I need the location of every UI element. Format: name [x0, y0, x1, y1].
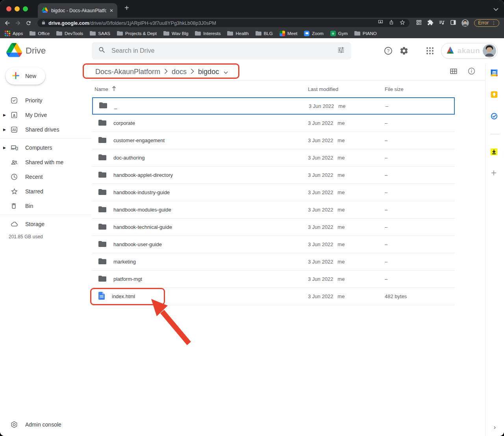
table-row[interactable]: _ 3 Jun 2022me –: [92, 97, 455, 115]
table-row[interactable]: handbook-industry-guide 3 Jun 2022me –: [92, 184, 455, 201]
keep-icon[interactable]: [490, 91, 500, 100]
sidebar-item-recent[interactable]: Recent: [0, 169, 91, 184]
table-row[interactable]: handbook-applet-directory 3 Jun 2022me –: [92, 167, 455, 184]
bookmark-piano[interactable]: PIANO: [354, 31, 377, 36]
browser-profile-avatar[interactable]: [461, 19, 469, 27]
table-row[interactable]: marketing 3 Jun 2022me –: [92, 253, 455, 271]
table-row[interactable]: platform-mgt 3 Jun 2022me –: [92, 271, 455, 288]
column-last-modified[interactable]: Last modified: [308, 86, 338, 92]
column-file-size[interactable]: File size: [385, 86, 404, 92]
sharedwithme-icon: [10, 158, 18, 166]
table-row[interactable]: corporate 3 Jun 2022me –: [92, 115, 455, 132]
table-row[interactable]: handbook-user-guide 3 Jun 2022me –: [92, 236, 455, 253]
bookmark-star-icon[interactable]: [399, 19, 406, 27]
apps-color-icon: [5, 31, 10, 36]
table-row[interactable]: customer-engagement 3 Jun 2022me –: [92, 132, 455, 149]
breadcrumb-docs[interactable]: docs: [172, 68, 187, 76]
google-apps-grid-icon[interactable]: [422, 43, 438, 59]
bookmark-gym[interactable]: +Gym: [330, 31, 348, 36]
extensions-puzzle-icon[interactable]: [427, 19, 434, 27]
shareddrives-icon: [10, 126, 18, 134]
qr-code-icon[interactable]: [416, 19, 422, 27]
sidebar-item-storage[interactable]: Storage: [0, 217, 91, 231]
account-avatar[interactable]: [483, 44, 496, 58]
owner: me: [337, 120, 345, 126]
browser-tab[interactable]: bigdoc - Docs-AkaunPlatform ✕: [38, 3, 117, 18]
expand-chevron-icon[interactable]: ▶: [3, 128, 9, 132]
share-icon[interactable]: [389, 19, 394, 27]
side-panel-icon[interactable]: [450, 19, 456, 27]
file-size: –: [385, 189, 387, 195]
error-badge[interactable]: Error⋮: [474, 19, 499, 27]
account-brand-badge[interactable]: akaun: [441, 43, 498, 59]
file-name: corporate: [113, 120, 135, 126]
calendar-icon[interactable]: 31: [490, 69, 500, 78]
tasks-icon[interactable]: [490, 112, 500, 122]
sidebar-item-admin-console[interactable]: Admin console: [0, 417, 61, 432]
folder-menu-caret-icon[interactable]: [224, 68, 228, 76]
url-domain: drive.google.com: [48, 20, 89, 26]
download-icon[interactable]: [490, 148, 500, 157]
file-size: –: [385, 259, 387, 265]
forward-icon[interactable]: [15, 20, 21, 26]
reading-list-icon[interactable]: [439, 19, 445, 27]
close-window-button[interactable]: [6, 6, 11, 11]
file-size: 482 bytes: [385, 293, 407, 299]
column-name[interactable]: Name: [94, 86, 108, 92]
expand-chevron-icon[interactable]: ▶: [3, 146, 9, 150]
bookmark-projects-dept[interactable]: Projects & Dept: [117, 31, 157, 36]
breadcrumb[interactable]: Docs-AkaunPlatform docs bigdoc: [95, 68, 228, 76]
bookmark-meet[interactable]: Meet: [280, 31, 298, 36]
chevron-down-icon[interactable]: [493, 6, 498, 13]
bookmark-label: Projects & Dept: [125, 31, 157, 36]
sidebar-item-starred[interactable]: Starred: [0, 184, 91, 199]
help-icon[interactable]: ?: [380, 43, 396, 59]
tab-close-icon[interactable]: ✕: [109, 8, 113, 13]
bookmark-wav-blg[interactable]: Wav Blg: [163, 31, 188, 36]
table-row[interactable]: handbook-technical-guide 3 Jun 2022me –: [92, 219, 455, 236]
new-tab-button[interactable]: +: [124, 4, 129, 13]
add-icon[interactable]: [490, 169, 500, 178]
bookmark-saas[interactable]: SAAS: [90, 31, 110, 36]
table-row[interactable]: handbook-modules-guide 3 Jun 2022me –: [92, 201, 455, 219]
zoom-window-button[interactable]: [23, 6, 28, 11]
bookmark-blg[interactable]: BLG: [256, 31, 273, 36]
sidebar-item-bin[interactable]: Bin: [0, 199, 91, 213]
sidebar-item-priority[interactable]: Priority: [0, 93, 91, 108]
breadcrumb-current[interactable]: bigdoc: [198, 68, 219, 76]
bookmark-office[interactable]: Office: [30, 31, 50, 36]
install-app-icon[interactable]: [378, 19, 384, 27]
collapse-panel-chevron-icon[interactable]: ›: [494, 424, 496, 431]
expand-chevron-icon[interactable]: ▶: [3, 113, 9, 117]
sidebar-item-my-drive[interactable]: ▶ My Drive: [0, 108, 91, 122]
table-row[interactable]: doc-authoring 3 Jun 2022me –: [92, 149, 455, 167]
bookmark-health[interactable]: Health: [227, 31, 248, 36]
file-name: index.html: [112, 293, 135, 299]
info-icon[interactable]: [467, 67, 476, 77]
back-icon[interactable]: [4, 20, 11, 26]
search-input[interactable]: Search in Drive: [92, 42, 351, 59]
breadcrumb-root[interactable]: Docs-AkaunPlatform: [95, 68, 160, 76]
sidebar-item-shared-with-me[interactable]: Shared with me: [0, 155, 91, 169]
sidebar-item-shared-drives[interactable]: ▶ Shared drives: [0, 122, 91, 137]
bookmark-zoom[interactable]: Zoom: [304, 31, 323, 36]
bookmark-devtools[interactable]: DevTools: [56, 31, 83, 36]
new-button[interactable]: New: [6, 67, 45, 85]
table-row[interactable]: index.html 3 Jun 2022me 482 bytes: [92, 288, 455, 305]
bookmark-interests[interactable]: Interests: [195, 31, 220, 36]
settings-gear-icon[interactable]: [396, 43, 412, 59]
refresh-icon[interactable]: [25, 20, 32, 26]
minimize-window-button[interactable]: [15, 6, 20, 11]
drive-logo[interactable]: Drive: [6, 43, 92, 59]
grid-view-icon[interactable]: [449, 67, 458, 77]
sort-ascending-icon[interactable]: [111, 86, 117, 93]
bookmark-label: Meet: [287, 31, 298, 36]
url-bar[interactable]: drive.google.com/drive/u/0/folders/1jARp…: [37, 19, 410, 27]
owner: me: [337, 224, 345, 230]
search-options-icon[interactable]: [337, 46, 345, 56]
sidebar-item-computers[interactable]: ▶ Computers: [0, 140, 91, 155]
bookmark-label: Apps: [13, 31, 23, 36]
menu-dots-icon[interactable]: ⋮: [491, 20, 496, 26]
folder-icon: [99, 102, 107, 110]
bookmark-apps[interactable]: Apps: [5, 31, 23, 36]
